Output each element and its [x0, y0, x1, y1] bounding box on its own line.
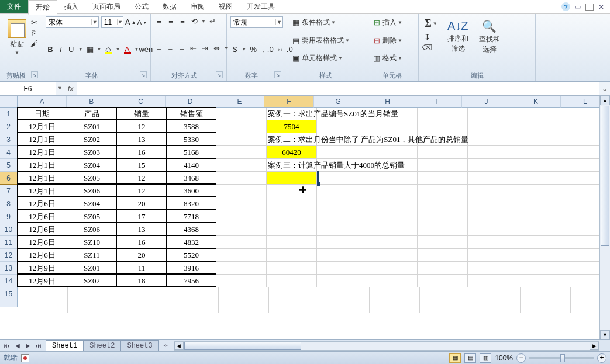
cell[interactable] — [317, 236, 367, 249]
cell[interactable] — [118, 300, 168, 313]
cell[interactable] — [216, 146, 267, 159]
align-right-button[interactable]: ≡ — [177, 43, 187, 53]
normal-view-button[interactable]: ▦ — [449, 353, 461, 363]
cell[interactable] — [216, 159, 267, 172]
cell[interactable] — [468, 108, 518, 120]
cell[interactable] — [68, 300, 118, 313]
cell[interactable]: 3600 — [166, 184, 216, 197]
cell[interactable]: 12月1日 — [17, 133, 67, 145]
cell[interactable]: 12月6日 — [17, 210, 67, 223]
font-size-combo[interactable]: ▼ — [101, 16, 123, 28]
restore-window-icon[interactable] — [585, 4, 594, 11]
cell[interactable]: 12月1日 — [17, 158, 67, 171]
cell[interactable]: 4140 — [166, 158, 216, 171]
cell[interactable] — [518, 108, 568, 120]
cell[interactable]: 15 — [116, 158, 167, 171]
column-header[interactable]: B — [67, 96, 116, 108]
row-header[interactable]: 13 — [0, 262, 18, 275]
cell[interactable] — [518, 133, 568, 146]
worksheet-grid[interactable]: ABCDEFGHIJKL 123456789101112131415 日期产品销… — [0, 96, 610, 339]
hscroll-thumb[interactable] — [184, 342, 301, 350]
select-all-button[interactable] — [0, 96, 18, 108]
insert-cells-button[interactable]: ⊞插入▼ — [370, 16, 415, 29]
row-header[interactable]: 3 — [0, 133, 18, 146]
minimize-ribbon-icon[interactable]: ▭ — [575, 3, 581, 11]
cell[interactable] — [216, 108, 267, 120]
cell[interactable] — [367, 210, 418, 223]
column-header[interactable]: E — [215, 96, 264, 108]
cell[interactable] — [267, 223, 317, 236]
row-header[interactable]: 12 — [0, 249, 18, 262]
cell[interactable]: 产品 — [67, 107, 117, 120]
cell[interactable] — [269, 300, 319, 313]
row-header[interactable]: 10 — [0, 223, 18, 236]
autosum-button[interactable]: Σ▼ — [422, 16, 440, 31]
page-layout-view-button[interactable]: ▤ — [464, 353, 476, 363]
cell[interactable]: 案例一：求出产品编号SZ01的当月销量 — [267, 108, 317, 120]
macro-record-icon[interactable] — [21, 354, 29, 362]
close-window-icon[interactable]: ✕ — [598, 3, 604, 11]
cell[interactable]: SZ04 — [67, 197, 117, 210]
cell[interactable]: 8320 — [166, 197, 216, 210]
fill-handle[interactable] — [317, 182, 320, 186]
clipboard-launcher[interactable]: ↘ — [31, 71, 38, 78]
cell[interactable] — [216, 185, 267, 197]
align-bottom-button[interactable]: ≡ — [178, 16, 187, 26]
formula-input[interactable] — [77, 82, 599, 95]
sheet-nav-prev[interactable]: ◀ — [13, 341, 22, 351]
cell-styles-button[interactable]: ▣单元格样式▼ — [289, 52, 362, 64]
cell[interactable] — [518, 249, 568, 262]
cell[interactable] — [420, 300, 470, 313]
cell[interactable] — [518, 185, 568, 197]
cell[interactable]: SZ06 — [67, 184, 117, 197]
format-as-table-button[interactable]: ▤套用表格格式▼ — [289, 34, 362, 47]
cell[interactable] — [367, 146, 418, 159]
cell[interactable]: SZ05 — [67, 171, 117, 184]
cell[interactable] — [18, 300, 68, 313]
cell[interactable]: 5330 — [166, 133, 216, 145]
cell[interactable] — [317, 262, 367, 275]
cell[interactable]: SZ04 — [67, 158, 117, 171]
cell[interactable] — [216, 120, 267, 133]
cell[interactable] — [521, 300, 571, 313]
cell[interactable] — [468, 262, 518, 275]
cell[interactable] — [317, 197, 367, 210]
cell[interactable]: 4368 — [166, 223, 216, 235]
alignment-launcher[interactable]: ↘ — [216, 71, 223, 78]
cell[interactable] — [418, 275, 468, 287]
cell[interactable] — [367, 120, 418, 133]
row-header[interactable]: 6 — [0, 172, 18, 185]
scroll-down-button[interactable]: ▼ — [600, 330, 610, 339]
cell[interactable]: 3588 — [166, 120, 216, 133]
cell[interactable] — [518, 275, 568, 287]
cell[interactable] — [518, 210, 568, 223]
row-header[interactable]: 2 — [0, 120, 18, 133]
cell[interactable] — [267, 172, 317, 185]
cell[interactable]: 18 — [116, 274, 167, 287]
format-cells-button[interactable]: ▥格式▼ — [370, 52, 415, 64]
decrease-indent-button[interactable]: ⇤ — [189, 43, 198, 53]
grow-font-button[interactable]: A▲ — [126, 18, 135, 27]
cell[interactable] — [418, 236, 468, 249]
cell[interactable]: SZ03 — [67, 145, 117, 158]
cell[interactable]: SZ02 — [67, 274, 117, 287]
cell[interactable]: SZ01 — [67, 120, 117, 133]
menu-tab-4[interactable]: 数据 — [156, 0, 184, 14]
cell[interactable] — [518, 262, 568, 275]
cell[interactable] — [317, 172, 367, 185]
menu-tab-7[interactable]: 开发工具 — [240, 0, 282, 14]
border-button[interactable]: ▦ — [85, 44, 95, 54]
cell[interactable] — [18, 287, 68, 300]
font-launcher[interactable]: ↘ — [140, 71, 147, 78]
copy-button[interactable]: ⎘ — [29, 28, 39, 37]
cell[interactable] — [367, 223, 418, 236]
paste-button[interactable]: 粘贴 ▼ — [4, 16, 30, 58]
increase-indent-button[interactable]: ⇥ — [201, 43, 210, 53]
column-header[interactable]: D — [166, 96, 215, 108]
cell[interactable] — [317, 223, 367, 236]
column-header[interactable]: H — [363, 96, 412, 108]
cell[interactable]: 12 — [116, 120, 167, 133]
cell[interactable] — [367, 197, 418, 210]
cell[interactable]: 12月9日 — [17, 261, 67, 274]
cell[interactable] — [468, 120, 518, 133]
